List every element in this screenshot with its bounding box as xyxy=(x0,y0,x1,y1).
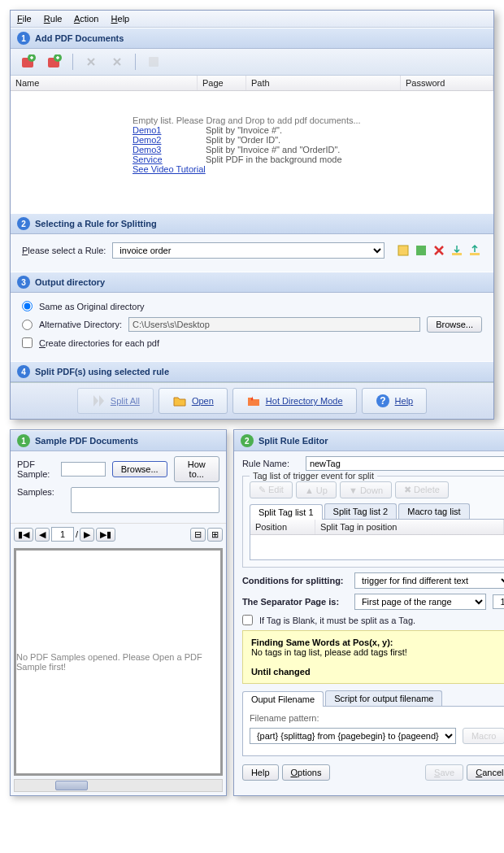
first-page-button[interactable]: ▮◀ xyxy=(14,528,33,542)
zoom-in-button[interactable]: ⊞ xyxy=(207,528,223,542)
svg-rect-7 xyxy=(452,253,462,255)
import-icon xyxy=(450,244,463,257)
tag-list-body[interactable] xyxy=(250,535,504,559)
rule-select[interactable]: invoice order xyxy=(112,242,385,259)
alt-dir-input[interactable] xyxy=(128,317,420,332)
page-input[interactable] xyxy=(51,527,74,542)
pdf-list[interactable]: Empty list. Please Drag and Drop to add … xyxy=(11,91,493,213)
blank-tag-checkbox[interactable] xyxy=(242,615,253,625)
separator-num-input[interactable] xyxy=(493,594,504,609)
menu-help[interactable]: Help xyxy=(111,14,130,24)
split-all-button[interactable]: Split All xyxy=(77,388,154,414)
section-split-title: Split PDF(s) using selected rule xyxy=(35,367,169,376)
col-name[interactable]: Name xyxy=(11,76,198,90)
browse-sample-button[interactable]: Browse... xyxy=(112,461,167,477)
pdf-list-header: Name Page Path Password xyxy=(11,76,493,91)
conditions-select[interactable]: trigger for find different text xyxy=(354,572,504,589)
editor-help-button[interactable]: Help xyxy=(242,764,279,781)
demo-row: See Video Tutorial xyxy=(133,164,485,174)
separator xyxy=(135,54,136,70)
menu-file[interactable]: File xyxy=(17,14,32,24)
samples-list[interactable] xyxy=(71,487,219,513)
blank-tag-label: If Tag is Blank, it must be split as a T… xyxy=(259,616,415,625)
service-link[interactable]: Service xyxy=(133,154,206,164)
help-button[interactable]: ? Help xyxy=(362,388,428,414)
tab-script-filename[interactable]: Script for output filename xyxy=(325,690,442,706)
same-dir-radio[interactable] xyxy=(22,301,33,311)
col-split-tag[interactable]: Split Tag in position xyxy=(315,520,504,534)
next-page-button[interactable]: ▶ xyxy=(80,528,94,542)
add-rule-button[interactable] xyxy=(414,243,428,258)
plus-icon xyxy=(415,244,428,257)
tutorial-link[interactable]: See Video Tutorial xyxy=(133,164,206,174)
demo3-link[interactable]: Demo3 xyxy=(133,145,206,154)
pdf-sample-input[interactable] xyxy=(61,462,106,477)
import-rule-button[interactable] xyxy=(450,243,464,258)
tab-split-tag-1[interactable]: Split Tag list 1 xyxy=(250,504,323,520)
delete-tag-button[interactable]: ✖ Delete xyxy=(395,481,449,498)
up-tag-button[interactable]: ▲ Up xyxy=(296,481,337,498)
editor-save-button[interactable]: Save xyxy=(425,764,463,781)
down-tag-button[interactable]: ▼ Down xyxy=(340,481,392,498)
col-position[interactable]: Position xyxy=(250,520,315,534)
export-rule-button[interactable] xyxy=(467,243,482,258)
tag-tab-pane: Position Split Tag in position xyxy=(250,520,504,560)
tab-output-filename[interactable]: Ouput Filename xyxy=(242,691,324,707)
demo1-link[interactable]: Demo1 xyxy=(133,125,206,135)
section-output-body: Same as Original directory Alternative D… xyxy=(11,293,493,361)
main-window: File Rule Action Help 1 Add PDF Document… xyxy=(10,10,494,420)
tab-split-tag-2[interactable]: Split Tag list 2 xyxy=(324,503,398,519)
menu-action[interactable]: Action xyxy=(74,14,99,24)
zoom-out-button[interactable]: ⊟ xyxy=(190,528,206,542)
horizontal-scrollbar[interactable] xyxy=(14,779,223,792)
split-rule-editor-pane: 2 Split Rule Editor Rule Name: Tag list … xyxy=(233,429,504,796)
last-page-button[interactable]: ▶▮ xyxy=(96,528,115,542)
demo-row: Demo2Split by "Order ID". xyxy=(133,135,485,145)
browse-output-button[interactable]: Browse... xyxy=(427,316,482,333)
save-list-button[interactable] xyxy=(142,52,165,72)
delete-rule-button[interactable] xyxy=(432,243,446,258)
col-password[interactable]: Password xyxy=(401,76,493,90)
filename-pattern-select[interactable]: {part} {splittag} from {pagebegin} to {p… xyxy=(250,728,456,744)
svg-rect-4 xyxy=(149,57,159,67)
preview-empty-message: No PDF Samples opened. Please Open a PDF… xyxy=(16,652,220,672)
section-output-title: Output directory xyxy=(35,277,105,287)
prev-page-button[interactable]: ◀ xyxy=(35,528,50,542)
rule-name-input[interactable] xyxy=(306,456,504,471)
create-dirs-label: Create directories for each pdf xyxy=(39,338,159,348)
until-changed-label: Until changed xyxy=(251,667,504,677)
tools-button[interactable] xyxy=(106,52,128,72)
tab-macro-tag[interactable]: Macro tag list xyxy=(398,503,469,519)
x-icon xyxy=(432,244,445,257)
alt-dir-radio[interactable] xyxy=(22,320,33,330)
demo2-link[interactable]: Demo2 xyxy=(133,135,206,145)
col-page[interactable]: Page xyxy=(198,76,246,90)
page-nav: ▮◀ ◀ / ▶ ▶▮ ⊟ ⊞ xyxy=(11,523,226,545)
create-dirs-checkbox[interactable] xyxy=(22,337,33,348)
demo2-desc: Split by "Order ID". xyxy=(206,135,280,145)
separator-select[interactable]: First page of the range xyxy=(354,594,487,610)
alt-dir-label: Alternative Directory: xyxy=(39,320,122,329)
hot-directory-button[interactable]: Hot Directory Mode xyxy=(232,388,357,414)
samples-label: Samples: xyxy=(17,487,64,497)
edit-rule-button[interactable] xyxy=(396,243,411,258)
howto-button[interactable]: How to... xyxy=(174,456,219,482)
add-folder-button[interactable] xyxy=(43,52,66,72)
add-file-button[interactable] xyxy=(17,52,40,72)
same-dir-label: Same as Original directory xyxy=(39,302,145,311)
remove-button[interactable] xyxy=(80,52,102,72)
macro-button[interactable]: Macro xyxy=(463,728,504,744)
editor-options-button[interactable]: Options xyxy=(282,764,331,781)
col-path[interactable]: Path xyxy=(246,76,401,90)
open-button[interactable]: Open xyxy=(159,388,228,414)
rule-name-label: Rule Name: xyxy=(242,459,299,468)
demo-row: ServiceSplit PDF in the background mode xyxy=(133,154,485,164)
menu-rule[interactable]: Rule xyxy=(44,14,63,24)
editor-cancel-button[interactable]: Cancel xyxy=(467,764,504,781)
remove-icon xyxy=(85,55,98,68)
svg-rect-8 xyxy=(470,253,480,255)
edit-tag-button[interactable]: ✎ Edit xyxy=(250,481,293,498)
step-3-badge: 3 xyxy=(17,276,30,289)
export-icon xyxy=(468,244,481,257)
tag-list-legend: Tag list of trigger event for split xyxy=(250,471,377,481)
